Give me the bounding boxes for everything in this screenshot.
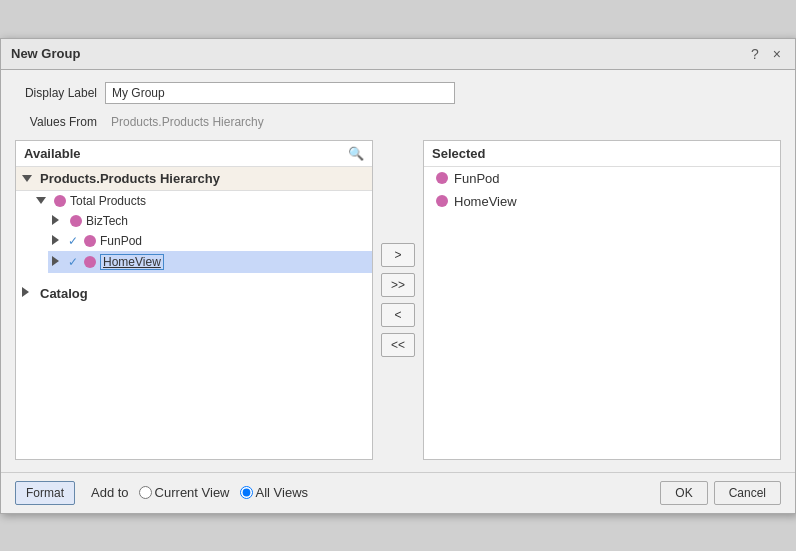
current-view-radio-label[interactable]: Current View: [139, 485, 230, 500]
hierarchy-label: Products.Products Hierarchy: [40, 171, 220, 186]
catalog-expander[interactable]: [22, 287, 36, 299]
homeview-expander[interactable]: [52, 256, 66, 268]
cancel-button[interactable]: Cancel: [714, 481, 781, 505]
funpod-check-icon: ✓: [68, 234, 78, 248]
biztech-label: BizTech: [86, 214, 128, 228]
dialog-footer: Format Add to Current View All Views OK …: [1, 472, 795, 513]
funpod-dot: [84, 235, 96, 247]
homeview-selected-label: HomeView: [454, 194, 517, 209]
funpod-expander[interactable]: [52, 235, 66, 247]
format-button[interactable]: Format: [15, 481, 75, 505]
hierarchy-expander[interactable]: [22, 173, 36, 184]
biztech-item[interactable]: BizTech: [48, 211, 372, 231]
available-header: Available 🔍: [16, 141, 372, 167]
dialog-actions: OK Cancel: [660, 481, 781, 505]
move-right-button[interactable]: >: [381, 243, 415, 267]
homeview-selected-dot: [436, 195, 448, 207]
selected-funpod[interactable]: FunPod: [424, 167, 780, 190]
current-view-radio[interactable]: [139, 486, 152, 499]
transfer-buttons: > >> < <<: [373, 140, 423, 460]
homeview-check-icon: ✓: [68, 255, 78, 269]
move-left-button[interactable]: <: [381, 303, 415, 327]
ok-button[interactable]: OK: [660, 481, 707, 505]
available-panel: Available 🔍 Products.Products Hierarchy: [15, 140, 373, 460]
help-button[interactable]: ?: [747, 45, 763, 63]
homeview-label: HomeView: [100, 254, 164, 270]
selected-homeview[interactable]: HomeView: [424, 190, 780, 213]
values-from-value: Products.Products Hierarchy: [105, 112, 270, 132]
funpod-selected-label: FunPod: [454, 171, 500, 186]
selected-items: FunPod HomeView: [424, 167, 780, 213]
catalog-label: Catalog: [40, 286, 88, 301]
funpod-item[interactable]: ✓ FunPod: [48, 231, 372, 251]
total-products-dot: [54, 195, 66, 207]
funpod-selected-dot: [436, 172, 448, 184]
biztech-dot: [70, 215, 82, 227]
total-products-expander[interactable]: [36, 195, 50, 206]
new-group-dialog: New Group ? × Display Label Values From …: [0, 38, 796, 514]
total-products-item[interactable]: Total Products: [32, 191, 372, 211]
biztech-expander[interactable]: [52, 215, 66, 227]
catalog-item[interactable]: Catalog: [16, 281, 372, 306]
move-all-left-button[interactable]: <<: [381, 333, 415, 357]
selected-panel: Selected FunPod HomeView: [423, 140, 781, 460]
titlebar-actions: ? ×: [747, 45, 785, 63]
display-label-input[interactable]: [105, 82, 455, 104]
selected-header: Selected: [424, 141, 780, 167]
selected-title: Selected: [432, 146, 485, 161]
search-button[interactable]: 🔍: [348, 146, 364, 161]
panels-row: Available 🔍 Products.Products Hierarchy: [15, 140, 781, 460]
homeview-dot: [84, 256, 96, 268]
display-label-row: Display Label: [15, 82, 781, 104]
all-views-label: All Views: [256, 485, 309, 500]
homeview-item[interactable]: ✓ HomeView: [48, 251, 372, 273]
add-to-label: Add to: [91, 485, 129, 500]
hierarchy-header[interactable]: Products.Products Hierarchy: [16, 167, 372, 191]
all-views-radio-label[interactable]: All Views: [240, 485, 309, 500]
hierarchy-node: Products.Products Hierarchy Total Produc…: [16, 167, 372, 273]
display-label-label: Display Label: [15, 86, 105, 100]
dialog-titlebar: New Group ? ×: [1, 39, 795, 70]
total-products-children: BizTech ✓ FunPod: [32, 211, 372, 273]
values-from-label: Values From: [15, 115, 105, 129]
close-button[interactable]: ×: [769, 45, 785, 63]
values-from-row: Values From Products.Products Hierarchy: [15, 112, 781, 132]
all-views-radio[interactable]: [240, 486, 253, 499]
hierarchy-children: Total Products BizTech: [16, 191, 372, 273]
total-products-label: Total Products: [70, 194, 146, 208]
move-all-right-button[interactable]: >>: [381, 273, 415, 297]
current-view-label: Current View: [155, 485, 230, 500]
available-title: Available: [24, 146, 81, 161]
dialog-title: New Group: [11, 46, 80, 61]
dialog-body: Display Label Values From Products.Produ…: [1, 70, 795, 472]
funpod-label: FunPod: [100, 234, 142, 248]
